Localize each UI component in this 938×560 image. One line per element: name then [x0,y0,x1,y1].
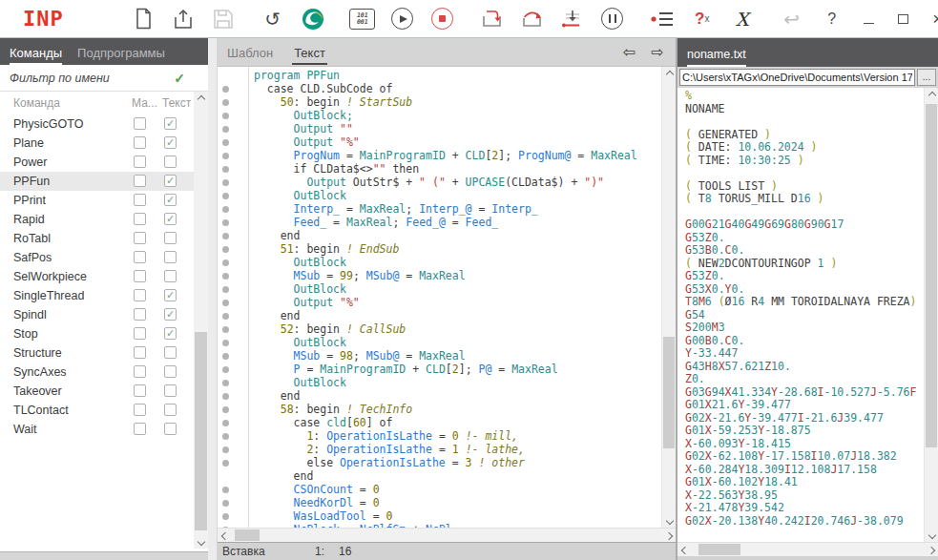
breakpoint-dot[interactable] [222,179,229,186]
breakpoint-dot[interactable] [222,433,229,440]
scroll-down-button[interactable] [662,513,676,528]
checkbox-macro[interactable] [134,213,146,225]
command-row[interactable]: Rapid✓ [0,210,194,229]
output-path-input[interactable] [679,69,915,86]
checkbox-macro[interactable] [134,251,146,263]
code-editor[interactable]: program PPFun case CLD.SubCode of 50: be… [218,67,676,528]
breakpoint-dot[interactable] [222,113,229,119]
scroll-left-button[interactable] [677,543,692,557]
scrollbar-thumb[interactable] [195,332,207,530]
breakpoint-list-button[interactable] [648,5,677,33]
checkbox-macro[interactable] [134,175,146,187]
variables-button[interactable]: X [728,5,757,33]
help-button[interactable]: ? [818,5,846,33]
breakpoint-dot[interactable] [222,139,229,146]
command-row[interactable]: PhysicGOTO✓ [0,114,194,134]
command-row[interactable]: Takeover [0,382,194,401]
breakpoint-dot[interactable] [222,353,229,360]
output-content[interactable]: %NONAME( GENERATED )( DATE: 10.06.2024 )… [677,88,938,542]
output-vscrollbar[interactable] [924,88,938,542]
command-row[interactable]: Plane✓ [0,134,194,153]
new-file-button[interactable] [129,5,157,33]
navigate-back-icon[interactable]: ⇦ [623,43,636,61]
tab-template[interactable]: Шаблон [225,40,275,65]
breakpoint-dot[interactable] [222,233,229,239]
code-lines[interactable]: program PPFun case CLD.SubCode of 50: be… [249,67,676,528]
checkbox-text[interactable]: ✓ [164,136,177,149]
scroll-up-button[interactable] [662,67,676,81]
checkbox-text[interactable]: ✓ [164,308,177,321]
checkbox-macro[interactable] [134,136,146,149]
breakpoint-dot[interactable] [222,300,229,306]
checkbox-text[interactable] [164,251,177,263]
checkbox-macro[interactable] [134,289,146,301]
scroll-down-button[interactable] [925,528,938,542]
breakpoint-dot[interactable] [222,420,229,426]
step-over-button[interactable] [518,5,547,33]
scroll-right-button[interactable] [661,529,676,543]
evaluate-button[interactable]: ?x [688,5,717,33]
checkbox-macro[interactable] [134,194,146,206]
command-row[interactable]: Wait [0,420,194,439]
command-row[interactable]: Stop✓ [0,324,194,343]
scrollbar-thumb[interactable] [698,544,740,555]
scrollbar-thumb[interactable] [235,529,260,541]
scroll-left-button[interactable] [218,529,232,543]
tab-text[interactable]: Текст [292,40,327,65]
checkbox-text[interactable]: ✓ [164,194,177,206]
checkbox-macro[interactable] [134,117,146,130]
scroll-up-button[interactable] [194,92,208,106]
tab-subprograms[interactable]: Подпрограммы [77,46,165,65]
command-row[interactable]: SafPos [0,248,194,267]
breakpoint-dot[interactable] [222,366,229,373]
checkbox-text[interactable] [164,404,177,416]
checkbox-text[interactable] [164,423,177,435]
checkbox-text[interactable]: ✓ [164,327,177,340]
editor-vscrollbar[interactable] [661,67,676,528]
tab-noname-txt[interactable]: noname.txt [687,48,746,67]
checkbox-macro[interactable] [134,404,146,416]
maximize-button[interactable] [891,7,916,31]
scrollbar-thumb[interactable] [663,337,675,448]
reload-button[interactable]: ↺ [259,5,287,33]
command-row[interactable]: Structure [0,343,194,363]
breakpoint-dot[interactable] [222,166,229,173]
checkbox-text[interactable]: ✓ [164,117,177,130]
run-to-cursor-button[interactable] [558,5,587,33]
checkbox-macro[interactable] [134,156,146,168]
checkbox-text[interactable] [164,270,177,282]
checkbox-text[interactable] [164,346,177,359]
breakpoint-dot[interactable] [222,393,229,400]
checkbox-macro[interactable] [134,327,146,340]
scrollbar-thumb[interactable] [926,104,937,447]
command-row[interactable]: SelWorkpiece [0,267,194,286]
breakpoint-dot[interactable] [222,487,229,493]
checkbox-macro[interactable] [134,346,146,359]
breakpoint-dot[interactable] [222,99,229,106]
command-row[interactable]: SyncAxes [0,363,194,382]
breakpoint-dot[interactable] [222,500,229,507]
checkbox-text[interactable] [164,156,177,168]
checkbox-macro[interactable] [134,270,146,282]
browse-button[interactable]: ... [917,69,936,86]
tab-commands[interactable]: Команды [10,46,62,65]
command-row[interactable]: RoTabl [0,229,194,248]
breakpoint-dot[interactable] [222,273,229,280]
output-hscrollbar[interactable] [677,542,938,556]
breakpoint-dot[interactable] [222,313,229,320]
generate-code-button[interactable]: 101 001 [348,5,377,33]
breakpoint-dot[interactable] [222,513,229,520]
breakpoint-dot[interactable] [222,259,229,266]
command-row[interactable]: TLContact [0,401,194,420]
breakpoint-dot[interactable] [222,406,229,413]
checkbox-text[interactable] [164,365,177,378]
breakpoint-dot[interactable] [222,340,229,346]
checkbox-macro[interactable] [134,232,146,244]
breakpoint-dot[interactable] [222,286,229,293]
breakpoint-dot[interactable] [222,206,229,213]
checkbox-macro[interactable] [134,365,146,378]
scroll-up-button[interactable] [925,88,938,102]
scroll-right-button[interactable] [924,543,938,557]
breakpoint-dot[interactable] [222,460,229,467]
close-button[interactable]: × [926,7,938,31]
